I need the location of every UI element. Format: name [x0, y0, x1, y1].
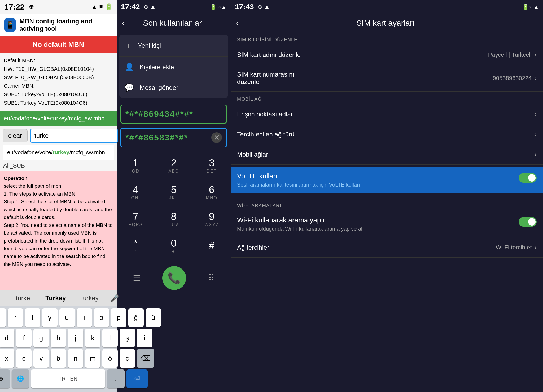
volte-toggle[interactable] [519, 173, 537, 183]
keyboard: q w e r t y u ı o p ğ ü a s d f g h j k … [0, 306, 117, 392]
key-c[interactable]: c [16, 349, 32, 368]
key-u-soft[interactable]: ü [146, 308, 161, 327]
key-o[interactable]: o [94, 308, 109, 327]
action-list: ＋ Yeni kişi 👤 Kişilere ekle 💬 Mesaj gönd… [119, 35, 228, 98]
clear-button[interactable]: clear [3, 129, 28, 142]
key-f[interactable]: f [16, 329, 32, 347]
key-e[interactable]: e [0, 308, 6, 327]
section-wifi-label: Wİ-Fİ ARAMALARI [231, 198, 543, 211]
p2-header: ‹ Son kullanılanlar [117, 14, 231, 32]
key-t[interactable]: t [25, 308, 40, 327]
key-lang[interactable]: 🌐 [12, 369, 29, 388]
wifi-toggle[interactable] [519, 217, 537, 227]
key-backspace[interactable]: ⌫ [137, 349, 154, 368]
key-k[interactable]: k [85, 329, 100, 347]
p3-header: ‹ SIM kart ayarları [231, 14, 543, 32]
chevron-icon-1: › [534, 51, 537, 59]
numpad-1[interactable]: 1 QD [117, 152, 155, 179]
autocomplete-turkey-cap[interactable]: Turkey [42, 293, 69, 303]
numpad-8[interactable]: 8 TUV [155, 206, 192, 232]
numpad-3[interactable]: 3 DEF [193, 152, 231, 179]
key-l[interactable]: l [102, 329, 118, 347]
status-time-3: 17:43 [235, 3, 254, 11]
numpad-9[interactable]: 9 WXYZ [193, 206, 231, 232]
key-b[interactable]: b [51, 349, 66, 368]
key-d[interactable]: d [0, 329, 14, 347]
key-g-soft[interactable]: ğ [128, 308, 144, 327]
settings-net-pref[interactable]: Ağ tercihleri Wi-Fi tercih et › [231, 237, 543, 258]
back-arrow-3[interactable]: ‹ [236, 18, 239, 28]
numpad-4[interactable]: 4 GHI [117, 179, 155, 206]
plus-icon: ＋ [125, 41, 132, 51]
action-message-label: Mesaj gönder [140, 84, 178, 91]
apn-label: Erişim noktası adları [237, 111, 534, 118]
key-y[interactable]: y [42, 308, 58, 327]
numpad-6[interactable]: 6 MNO [193, 179, 231, 206]
operation-text: Operation select the full path of mbn: 1… [0, 171, 117, 290]
key-g[interactable]: g [33, 329, 49, 347]
key-i[interactable]: ı [77, 308, 92, 327]
numpad-star[interactable]: * ' [117, 232, 155, 259]
p3-title: SIM kart ayarları [244, 19, 527, 28]
autocomplete-turke[interactable]: turke [12, 293, 34, 303]
mbn-path-text: eu/vodafone/volte/turkey/mcfg_sw.mbn [4, 115, 104, 122]
section-mobil-label: MOBİL AĞ [231, 92, 543, 104]
keyboard-row-2: a s d f g h j k l ş i [1, 329, 116, 347]
key-m[interactable]: m [85, 349, 100, 368]
action-add-to-contacts[interactable]: 👤 Kişilere ekle [119, 57, 228, 77]
action-add-label: Kişilere ekle [140, 63, 174, 71]
key-h[interactable]: h [51, 329, 66, 347]
autocomplete-turkey-low[interactable]: turkey [77, 293, 102, 303]
status-time-1: 17:22 [4, 2, 25, 11]
sim-number-label: SIM kart numarasınıdüzenle [237, 71, 294, 86]
key-space[interactable]: TR · EN [31, 369, 105, 388]
action-new-contact[interactable]: ＋ Yeni kişi [119, 35, 228, 57]
key-u[interactable]: u [59, 308, 75, 327]
settings-sim-number[interactable]: SIM kart numarasınıdüzenle +905389630224… [231, 65, 543, 92]
key-r[interactable]: r [8, 308, 23, 327]
settings-sim-name[interactable]: SIM kart adını düzenle Paycell | Turkcel… [231, 45, 543, 65]
settings-mobile-networks[interactable]: Mobil ağlar › [231, 144, 543, 165]
keyboard-row-4: ?123 ☺ 🌐 TR · EN , ⏎ [1, 369, 116, 388]
key-s-soft[interactable]: ş [120, 329, 135, 347]
dialer-input-row[interactable]: *#*#86583#*#* ✕ [120, 128, 227, 147]
numpad-2[interactable]: 2 ABC [155, 152, 192, 179]
wifi-calling-card: Wi-Fi kullanarak arama yapın Mümkün oldu… [231, 211, 543, 237]
wifi-calling-desc: Mümkün olduğunda Wi-Fi kullanarak arama … [237, 226, 519, 232]
settings-network-type[interactable]: Tercih edilen ağ türü › [231, 124, 543, 144]
all-sub-row: All_SUB [0, 160, 117, 171]
key-emoji[interactable]: ☺ [0, 369, 10, 388]
key-j[interactable]: j [68, 329, 83, 347]
numpad-hash[interactable]: # [193, 232, 231, 259]
back-arrow-2[interactable]: ‹ [122, 18, 125, 28]
numpad-0[interactable]: 0 + [155, 232, 192, 259]
call-button[interactable]: 📞 [162, 266, 186, 290]
mic-icon[interactable]: 🎤 [110, 294, 119, 302]
key-x[interactable]: x [0, 349, 14, 368]
dialpad-extra-left[interactable]: ☰ [133, 273, 141, 283]
key-i-dot[interactable]: i [137, 329, 152, 347]
key-comma[interactable]: , [107, 369, 125, 388]
keyboard-row-1: q w e r t y u ı o p ğ ü [1, 308, 116, 327]
dialpad-extra-right[interactable]: ⠿ [208, 273, 214, 283]
action-new-contact-label: Yeni kişi [138, 42, 161, 49]
key-p[interactable]: p [111, 308, 126, 327]
dialer-delete-icon[interactable]: ✕ [211, 132, 222, 143]
key-o-soft[interactable]: ö [102, 349, 118, 368]
settings-apn[interactable]: Erişim noktası adları › [231, 104, 543, 124]
numpad-5[interactable]: 5 JKL [155, 179, 192, 206]
key-c-soft[interactable]: ç [120, 349, 135, 368]
autocomplete-bar: turke Turkey turkey 🎤 [0, 290, 117, 306]
key-n[interactable]: n [68, 349, 83, 368]
key-v[interactable]: v [33, 349, 49, 368]
status-bar-2: 17:42 ⊕ ▲ 🔋≋▲ [117, 0, 231, 14]
wifi-calling-title: Wi-Fi kullanarak arama yapın [237, 216, 519, 224]
keyboard-row-3: ⇧ z x c v b n m ö ç ⌫ [1, 349, 116, 368]
key-enter[interactable]: ⏎ [126, 369, 148, 388]
search-input[interactable] [30, 129, 118, 143]
status-bar-1: 17:22 ⊕ ▲ ≋ 🔋 [0, 0, 117, 14]
volte-title: VoLTE kullan [237, 172, 519, 180]
numpad-7[interactable]: 7 PQRS [117, 206, 155, 232]
dropdown-suggestion[interactable]: eu/vodafone/volte/turkey/mcfg_sw.mbn [3, 145, 114, 160]
action-send-message[interactable]: 💬 Mesaj gönder [119, 77, 228, 98]
